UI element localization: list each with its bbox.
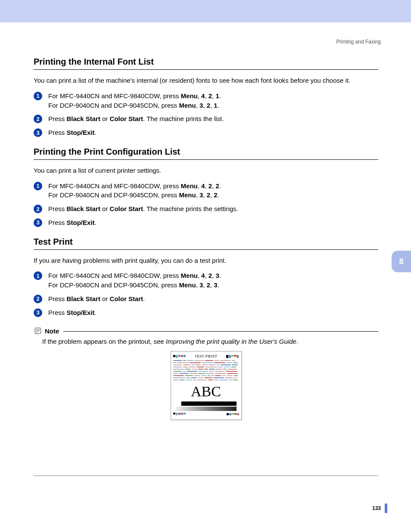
section-heading: Printing the Internal Font List [34,57,378,67]
note-text: If the problem appears on the printout, … [42,338,378,345]
step: 2Press Black Start or Color Start. [34,294,378,304]
step: 3Press Stop/Exit. [34,308,378,317]
step-body: For MFC-9440CN and MFC-9840CDW, press Me… [48,271,378,290]
section-rule [34,159,378,160]
step-number-badge: 3 [34,308,42,317]
step: 1For MFC-9440CN and MFC-9840CDW, press M… [34,181,378,200]
section-intro: You can print a list of the machine's in… [34,76,378,85]
note-icon [34,327,42,335]
note-header: Note [34,327,378,335]
step: 3Press Stop/Exit. [34,218,378,227]
step-number-badge: 3 [34,218,42,227]
content-area: Printing the Internal Font ListYou can p… [34,57,378,420]
step-number-badge: 2 [34,295,42,303]
step: 1For MFC-9440CN and MFC-9840CDW, press M… [34,91,378,110]
svg-rect-0 [35,328,41,334]
step-number-badge: 1 [34,92,42,100]
figure-title: TEST PRINT [195,354,217,358]
step-body: For MFC-9440CN and MFC-9840CDW, press Me… [48,91,378,110]
step: 1For MFC-9440CN and MFC-9840CDW, press M… [34,271,378,290]
top-band [0,0,411,22]
step-number-badge: 2 [34,205,42,213]
step-body: Press Black Start or Color Start. The ma… [48,204,378,214]
breadcrumb: Printing and Faxing [336,39,381,45]
step-body: Press Black Start or Color Start. [48,294,378,304]
page-number: 133 [372,505,381,511]
section-rule [34,69,378,70]
step-number-badge: 1 [34,271,42,280]
step-body: Press Stop/Exit. [48,218,378,227]
step: 3Press Stop/Exit. [34,128,378,137]
section-intro: You can print a list of current printer … [34,166,378,175]
note-rule [63,331,378,332]
figure-sample-text: ABC [173,383,239,400]
section-heading: Printing the Print Configuration List [34,147,378,157]
section-rule [34,249,378,250]
note-label: Note [45,327,59,335]
step-number-badge: 3 [34,128,42,137]
test-print-figure: TEST PRINTABC [171,351,242,420]
step-body: Press Stop/Exit. [48,308,378,317]
step-body: Press Black Start or Color Start. The ma… [48,114,378,124]
step-number-badge: 1 [34,182,42,190]
step-body: For MFC-9440CN and MFC-9840CDW, press Me… [48,181,378,200]
page-number-bar [385,504,387,513]
footer-rule [34,476,378,476]
chapter-tab: 8 [392,251,411,272]
page: Printing and Faxing Printing the Interna… [0,22,411,532]
step-body: Press Stop/Exit. [48,128,378,137]
section-heading: Test Print [34,237,378,247]
step: 2Press Black Start or Color Start. The m… [34,204,378,214]
step: 2Press Black Start or Color Start. The m… [34,114,378,124]
step-number-badge: 2 [34,115,42,123]
section-intro: If you are having problems with print qu… [34,256,378,265]
